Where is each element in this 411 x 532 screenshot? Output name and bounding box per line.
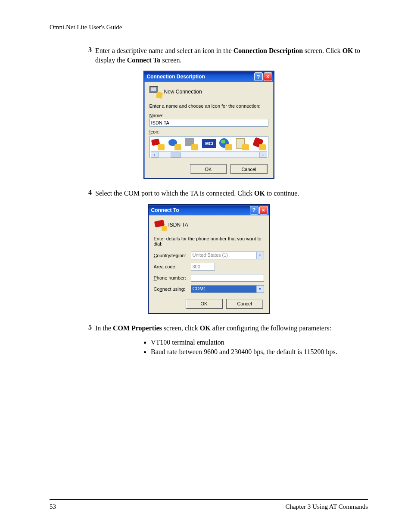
name-input[interactable] <box>149 119 268 127</box>
dialog-title: Connect To <box>151 207 250 213</box>
titlebar[interactable]: Connection Description ? × <box>144 72 274 82</box>
instruction-text: Enter details for the phone number that … <box>154 236 264 246</box>
conn-icon-world[interactable] <box>219 138 232 150</box>
step-number: 3 <box>84 46 92 65</box>
chevron-down-icon: ▼ <box>256 252 264 259</box>
country-select: United States (1) ▼ <box>191 252 264 259</box>
chevron-down-icon[interactable]: ▼ <box>256 286 264 292</box>
icon-picker[interactable]: MCI ‹ › <box>149 136 268 158</box>
dialog-heading: New Connection <box>164 89 202 95</box>
step-4: 4 Select the COM port to which the TA is… <box>84 189 368 198</box>
connect-using-select[interactable]: COM1 ▼ <box>191 285 264 293</box>
conn-icon-computer[interactable] <box>185 138 198 150</box>
instruction-text: Enter a name and choose an icon for the … <box>149 103 268 109</box>
scroll-left-icon[interactable]: ‹ <box>151 152 159 158</box>
country-label: Country/region: <box>154 253 188 258</box>
connection-description-dialog: Connection Description ? × New Connectio… <box>143 71 274 179</box>
step-text: In the COM Properties screen, click OK a… <box>95 324 368 333</box>
area-code-input <box>191 263 215 271</box>
conn-icon-satellite[interactable] <box>253 138 266 150</box>
close-icon[interactable]: × <box>264 72 272 81</box>
page-number: 53 <box>50 503 56 510</box>
page-footer: 53 Chapter 3 Using AT Commands <box>50 499 368 510</box>
step-text: Enter a descriptive name and select an i… <box>95 46 368 65</box>
scroll-track[interactable] <box>159 152 259 158</box>
ok-button[interactable]: OK <box>190 164 227 174</box>
help-icon[interactable]: ? <box>250 206 258 215</box>
connect-using-label: Connect using: <box>154 286 188 292</box>
conn-icon-globe-modem[interactable] <box>168 138 181 150</box>
ok-button[interactable]: OK <box>186 299 223 309</box>
parameter-list: VT100 terminal emulation Baud rate betwe… <box>151 339 368 356</box>
step-text: Select the COM port to which the TA is c… <box>95 189 368 198</box>
conn-icon-telephone[interactable] <box>152 138 165 150</box>
help-icon[interactable]: ? <box>254 72 263 81</box>
conn-icon-notepad[interactable] <box>236 138 249 150</box>
scroll-right-icon[interactable]: › <box>259 152 267 158</box>
cancel-button[interactable]: Cancel <box>226 299 263 309</box>
phone-number-input <box>191 274 264 282</box>
step-5: 5 In the COM Properties screen, click OK… <box>84 324 368 333</box>
phone-icon <box>154 220 166 230</box>
close-icon[interactable]: × <box>259 206 268 215</box>
scroll-thumb[interactable] <box>171 152 181 158</box>
chapter-title: Chapter 3 Using AT Commands <box>286 503 368 510</box>
icon-label: Icon: <box>149 129 268 134</box>
dialog-title: Connection Description <box>147 74 254 80</box>
running-header: Omni.Net Lite User's Guide <box>50 24 368 31</box>
step-3: 3 Enter a descriptive name and select an… <box>84 46 368 65</box>
cancel-button[interactable]: Cancel <box>230 164 268 174</box>
icon-scrollbar[interactable]: ‹ › <box>151 151 267 158</box>
new-connection-icon <box>149 86 162 97</box>
area-code-label: Area code: <box>154 264 188 269</box>
connect-to-dialog: Connect To ? × ISDN TA Enter details for… <box>148 204 270 314</box>
list-item: VT100 terminal emulation <box>151 339 368 346</box>
titlebar[interactable]: Connect To ? × <box>149 205 269 215</box>
dialog-heading: ISDN TA <box>168 222 188 228</box>
step-number: 4 <box>84 189 92 198</box>
header-rule <box>50 33 368 33</box>
name-label: Name: <box>149 113 268 118</box>
step-number: 5 <box>84 324 92 333</box>
list-item: Baud rate between 9600 and 230400 bps, t… <box>151 348 368 356</box>
phone-number-label: Phone number: <box>154 275 188 280</box>
conn-icon-mci[interactable]: MCI <box>202 138 215 150</box>
